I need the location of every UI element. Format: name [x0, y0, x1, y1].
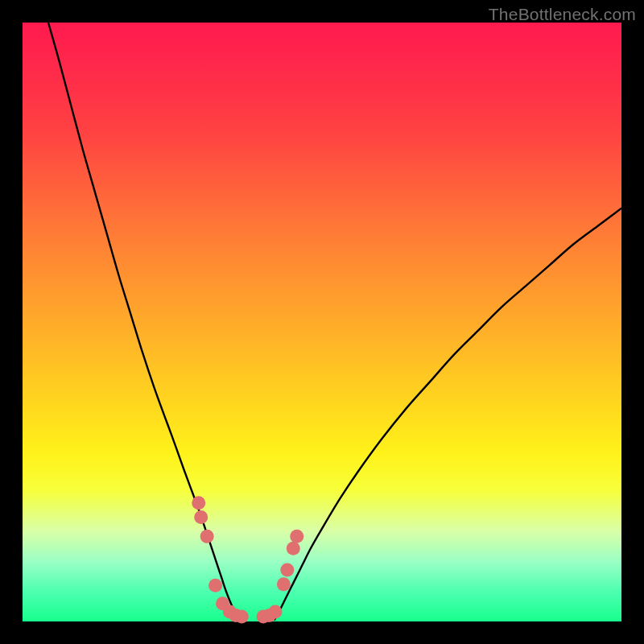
- right-curve: [274, 208, 621, 621]
- data-point: [268, 605, 282, 619]
- data-point: [192, 496, 205, 510]
- data-point: [287, 542, 300, 555]
- data-point: [280, 564, 294, 577]
- data-point: [200, 530, 214, 543]
- chart-svg: [23, 23, 621, 621]
- data-point: [290, 530, 303, 543]
- chart-plot-area: [23, 23, 621, 621]
- data-point: [277, 577, 291, 591]
- data-point: [235, 610, 249, 624]
- data-point: [194, 510, 208, 524]
- chart-frame: TheBottleneck.com: [0, 0, 644, 644]
- data-markers: [192, 496, 303, 623]
- data-point: [208, 579, 222, 592]
- watermark-text: TheBottleneck.com: [489, 5, 636, 24]
- left-curve: [48, 23, 239, 621]
